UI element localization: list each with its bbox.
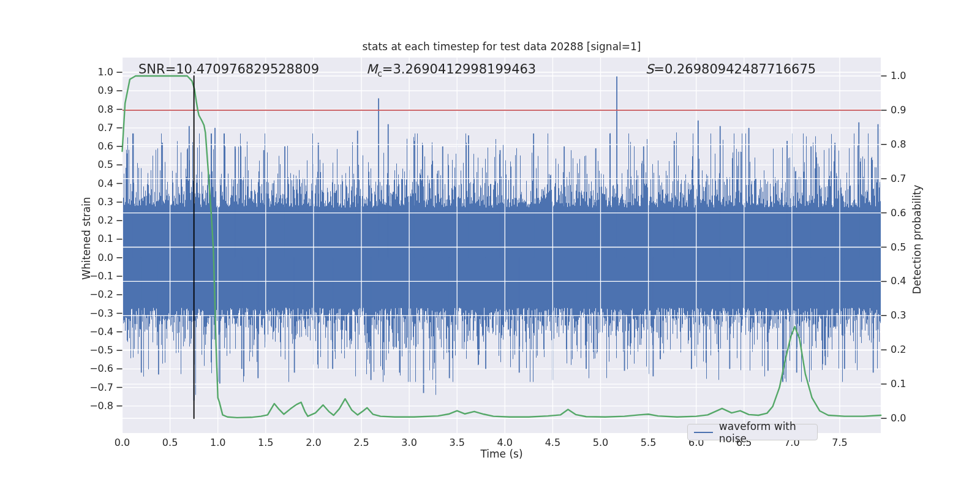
y-tick-left: −0.4	[77, 326, 113, 337]
y-tick-right: 0.0	[891, 412, 906, 424]
legend-line-sample-icon	[694, 432, 713, 433]
y-tick-left: 0.0	[77, 252, 113, 263]
legend-label: waveform with noise	[719, 420, 817, 445]
y-tick-left: −0.7	[77, 382, 113, 393]
y-tick-left: −0.2	[77, 288, 113, 300]
x-tick: 3.0	[391, 437, 428, 448]
y-tick-right: 0.6	[891, 207, 906, 219]
y-tick-right: 0.2	[891, 344, 906, 355]
y-tick-right: 1.0	[891, 70, 906, 81]
y-tick-left: 0.9	[77, 85, 113, 96]
legend-box: waveform with noise	[687, 424, 818, 440]
x-tick: 4.5	[534, 437, 571, 448]
x-tick: 7.5	[821, 437, 858, 448]
annotation-s-stat: S=0.26980942487716675	[646, 62, 816, 78]
y-tick-right: 0.5	[891, 241, 906, 253]
x-tick: 4.0	[486, 437, 523, 448]
y-tick-left: −0.6	[77, 363, 113, 374]
annotation-s-stat-value: =0.26980942487716675	[654, 62, 816, 77]
y-tick-right: 0.9	[891, 104, 906, 116]
annotation-chirp-mass: Mc=3.2690412998199463	[366, 62, 536, 78]
x-tick: 1.5	[247, 437, 284, 448]
annotation-snr: SNR=10.470976829528809	[138, 62, 319, 78]
annotation-snr-label: SNR	[138, 62, 165, 77]
x-tick: 0.0	[104, 437, 141, 448]
x-tick: 2.5	[343, 437, 380, 448]
x-tick: 0.5	[152, 437, 189, 448]
x-tick: 1.0	[200, 437, 236, 448]
y-tick-right: 0.4	[891, 275, 906, 287]
y-tick-left: 0.3	[77, 196, 113, 208]
x-tick: 5.5	[630, 437, 667, 448]
y-tick-right: 0.3	[891, 309, 906, 321]
y-tick-left: −0.5	[77, 344, 113, 356]
annotation-chirp-mass-label: M	[366, 62, 377, 77]
y-tick-left: 0.2	[77, 214, 113, 226]
annotation-snr-value: =10.470976829528809	[165, 62, 319, 77]
chart-title: stats at each timestep for test data 202…	[123, 40, 881, 53]
x-axis-label: Time (s)	[123, 448, 881, 460]
y-tick-right: 0.8	[891, 138, 906, 150]
x-tick: 5.0	[582, 437, 619, 448]
y-axis-label-right: Detection probability	[911, 178, 923, 301]
annotation-s-stat-label: S	[646, 62, 654, 77]
x-tick: 3.5	[439, 437, 475, 448]
y-tick-left: 1.0	[77, 66, 113, 78]
annotation-chirp-mass-value: =3.2690412998199463	[382, 62, 536, 77]
y-tick-left: 0.1	[77, 233, 113, 244]
figure: stats at each timestep for test data 202…	[0, 0, 980, 490]
y-tick-left: 0.8	[77, 104, 113, 115]
y-tick-right: 0.1	[891, 378, 906, 390]
y-tick-left: −0.8	[77, 400, 113, 412]
annotation-chirp-mass-sub: c	[377, 69, 382, 78]
y-tick-left: −0.3	[77, 307, 113, 319]
x-tick: 2.0	[295, 437, 332, 448]
y-tick-left: 0.6	[77, 140, 113, 152]
y-tick-left: −0.1	[77, 270, 113, 282]
y-tick-left: 0.4	[77, 178, 113, 189]
y-tick-left: 0.5	[77, 159, 113, 170]
y-tick-right: 0.7	[891, 173, 906, 184]
y-tick-left: 0.7	[77, 122, 113, 134]
